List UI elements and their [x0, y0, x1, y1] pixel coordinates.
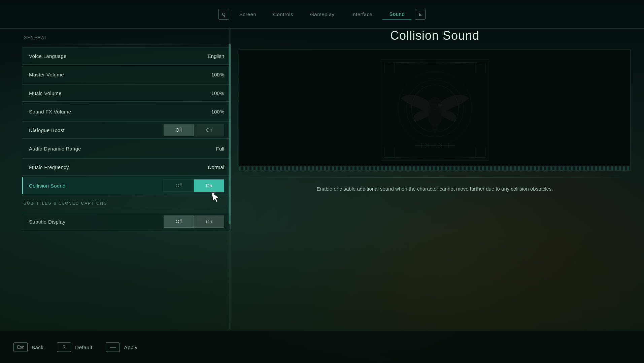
subtitle-display-on-btn[interactable]: On — [194, 216, 224, 228]
scrollbar[interactable] — [229, 29, 231, 329]
music-frequency-row[interactable]: Music Frequency Normal — [22, 158, 231, 176]
sound-fx-volume-row[interactable]: Sound FX Volume 100% — [22, 103, 231, 120]
audio-dynamic-range-value: Full — [216, 146, 224, 152]
tab-controls[interactable]: Controls — [266, 9, 300, 20]
audio-dynamic-range-label: Audio Dynamic Range — [29, 146, 81, 152]
tab-screen[interactable]: Screen — [233, 9, 263, 20]
detail-panel: Collision Sound — [239, 29, 631, 329]
detail-divider — [239, 177, 631, 178]
default-label: Default — [75, 344, 92, 350]
tab-sound[interactable]: Sound — [382, 8, 411, 20]
bottom-bar: Esc Back R Default — Apply — [0, 331, 644, 363]
apply-button[interactable]: — Apply — [106, 342, 137, 352]
voice-language-value: English — [208, 53, 224, 59]
viking-symbol-svg — [378, 56, 492, 164]
voice-language-label: Voice Language — [29, 53, 67, 59]
collision-sound-off-btn[interactable]: Off — [164, 179, 194, 192]
settings-panel: GENERAL Voice Language English Master Vo… — [22, 29, 231, 329]
detail-image — [239, 50, 631, 171]
subtitle-display-row[interactable]: Subtitle Display Off On — [22, 213, 231, 230]
collision-sound-toggle[interactable]: Off On — [164, 179, 224, 192]
back-label: Back — [32, 344, 43, 350]
dialogue-boost-row[interactable]: Dialogue Boost Off On — [22, 121, 231, 139]
subtitle-display-toggle[interactable]: Off On — [164, 216, 224, 228]
subtitle-display-off-btn[interactable]: Off — [164, 216, 194, 228]
top-navigation: Q Screen Controls Gameplay Interface Sou… — [0, 0, 644, 29]
nav-key-right[interactable]: E — [415, 9, 426, 20]
music-frequency-label: Music Frequency — [29, 164, 69, 170]
collision-sound-row[interactable]: Collision Sound Off On — [22, 177, 231, 194]
back-button[interactable]: Esc Back — [13, 342, 43, 352]
music-volume-label: Music Volume — [29, 90, 62, 96]
general-divider — [22, 44, 231, 44]
master-volume-value: 100% — [211, 72, 224, 77]
collision-sound-on-btn[interactable]: On — [194, 179, 224, 192]
scrollbar-thumb — [229, 44, 231, 224]
default-key: R — [57, 342, 71, 352]
tab-interface[interactable]: Interface — [345, 9, 379, 20]
sound-fx-volume-label: Sound FX Volume — [29, 109, 71, 114]
subtitles-divider — [22, 210, 231, 210]
music-volume-row[interactable]: Music Volume 100% — [22, 84, 231, 102]
image-border-decoration — [239, 166, 630, 170]
collision-sound-label: Collision Sound — [29, 183, 66, 189]
detail-description: Enable or disable additional sound when … — [239, 185, 631, 193]
detail-title: Collision Sound — [239, 29, 631, 43]
dialogue-boost-off-btn[interactable]: Off — [164, 124, 194, 136]
default-button[interactable]: R Default — [57, 342, 92, 352]
subtitles-section-label: SUBTITLES & CLOSED CAPTIONS — [22, 201, 231, 206]
master-volume-label: Master Volume — [29, 72, 64, 77]
dialogue-boost-toggle[interactable]: Off On — [164, 124, 224, 136]
dialogue-boost-on-btn[interactable]: On — [194, 124, 224, 136]
music-frequency-value: Normal — [208, 164, 224, 170]
back-key: Esc — [13, 342, 28, 352]
master-volume-row[interactable]: Master Volume 100% — [22, 66, 231, 83]
music-volume-value: 100% — [211, 90, 224, 96]
subtitle-display-label: Subtitle Display — [29, 219, 65, 225]
dialogue-boost-label: Dialogue Boost — [29, 127, 65, 133]
svg-point-2 — [429, 97, 441, 109]
sound-fx-volume-value: 100% — [211, 109, 224, 114]
audio-dynamic-range-row[interactable]: Audio Dynamic Range Full — [22, 140, 231, 157]
tab-gameplay[interactable]: Gameplay — [303, 9, 341, 20]
general-section-label: GENERAL — [22, 35, 231, 40]
voice-language-row[interactable]: Voice Language English — [22, 47, 231, 65]
apply-label: Apply — [124, 344, 137, 350]
nav-key-left[interactable]: Q — [218, 9, 229, 20]
apply-key: — — [106, 342, 120, 352]
